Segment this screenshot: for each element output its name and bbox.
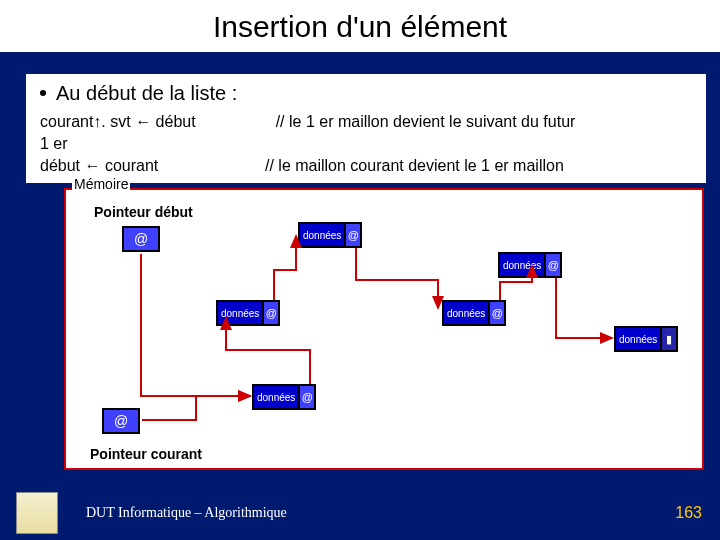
title-bar: Insertion d'un élément [0, 0, 720, 52]
node-data: données [444, 302, 488, 324]
node-data: données [300, 224, 344, 246]
memory-label: Mémoire [72, 176, 130, 192]
node-ptr-nil: ▮ [660, 328, 676, 350]
bullet-text: Au début de la liste : [56, 82, 237, 104]
node-2: données @ [498, 252, 562, 278]
node-data: données [254, 386, 298, 408]
node-data: données [616, 328, 660, 350]
code-line-2: 1 er [40, 133, 702, 155]
node-4: données @ [442, 300, 506, 326]
node-ptr: @ [344, 224, 360, 246]
pointer-current-box: @ [102, 408, 140, 434]
code-line-1: courant↑. svt ← début // le 1 er maillon… [40, 111, 702, 133]
footer: DUT Informatique – Algorithmique 163 [0, 486, 720, 540]
node-ptr: @ [298, 386, 314, 408]
node-new: données @ [252, 384, 316, 410]
node-ptr: @ [488, 302, 504, 324]
wires [66, 190, 702, 468]
pointer-start-box: @ [122, 226, 160, 252]
node-data: données [500, 254, 544, 276]
footer-text: DUT Informatique – Algorithmique [86, 505, 287, 521]
code-line-3: début ← courant // le maillon courant de… [40, 155, 702, 177]
node-ptr: @ [262, 302, 278, 324]
node-3: données @ [216, 300, 280, 326]
memory-diagram: Mémoire Pointeur début @ données @ donné… [64, 188, 704, 470]
node-ptr: @ [544, 254, 560, 276]
page-number: 163 [675, 504, 702, 522]
node-5: données ▮ [614, 326, 678, 352]
logo-icon [16, 492, 58, 534]
title-rule [0, 52, 720, 58]
slide-title: Insertion d'un élément [0, 10, 720, 44]
pointer-start-label: Pointeur début [94, 204, 193, 220]
bullet-line: Au début de la liste : [40, 82, 702, 105]
node-data: données [218, 302, 262, 324]
pointer-current-label: Pointeur courant [90, 446, 202, 462]
node-1: données @ [298, 222, 362, 248]
bullet-dot-icon [40, 90, 46, 96]
